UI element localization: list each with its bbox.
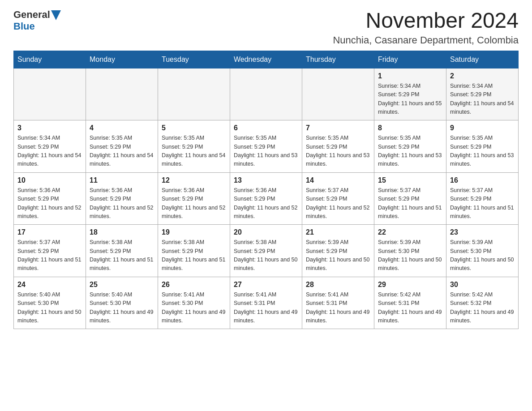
calendar-cell: 24Sunrise: 5:40 AMSunset: 5:30 PMDayligh… (14, 277, 86, 329)
day-number: 2 (450, 72, 515, 80)
day-info: Sunrise: 5:39 AMSunset: 5:29 PMDaylight:… (306, 238, 370, 273)
calendar-cell: 8Sunrise: 5:35 AMSunset: 5:29 PMDaylight… (374, 120, 446, 173)
column-header-wednesday: Wednesday (230, 51, 302, 68)
day-number: 11 (90, 176, 154, 184)
calendar-cell: 12Sunrise: 5:36 AMSunset: 5:29 PMDayligh… (158, 172, 230, 225)
day-number: 12 (162, 176, 226, 184)
day-info: Sunrise: 5:34 AMSunset: 5:29 PMDaylight:… (378, 82, 442, 117)
title-area: November 2024 Nunchia, Casanare Departme… (333, 9, 519, 46)
day-info: Sunrise: 5:36 AMSunset: 5:29 PMDaylight:… (90, 186, 154, 221)
day-number: 1 (378, 72, 442, 80)
day-number: 24 (17, 281, 82, 289)
calendar-cell (86, 68, 158, 120)
column-header-monday: Monday (86, 51, 158, 68)
logo-general-text: General (13, 9, 50, 21)
day-info: Sunrise: 5:35 AMSunset: 5:29 PMDaylight:… (162, 134, 226, 169)
day-number: 28 (306, 281, 370, 289)
calendar-cell: 9Sunrise: 5:35 AMSunset: 5:29 PMDaylight… (446, 120, 519, 173)
day-info: Sunrise: 5:37 AMSunset: 5:29 PMDaylight:… (17, 238, 82, 273)
calendar-cell: 27Sunrise: 5:41 AMSunset: 5:31 PMDayligh… (230, 277, 302, 329)
day-info: Sunrise: 5:37 AMSunset: 5:29 PMDaylight:… (450, 186, 515, 221)
calendar-cell: 2Sunrise: 5:34 AMSunset: 5:29 PMDaylight… (446, 68, 519, 120)
day-number: 13 (234, 176, 298, 184)
calendar-cell: 14Sunrise: 5:37 AMSunset: 5:29 PMDayligh… (302, 172, 374, 225)
day-info: Sunrise: 5:35 AMSunset: 5:29 PMDaylight:… (234, 134, 298, 169)
day-number: 6 (234, 124, 298, 132)
calendar-cell: 23Sunrise: 5:39 AMSunset: 5:30 PMDayligh… (446, 225, 519, 277)
calendar-cell: 16Sunrise: 5:37 AMSunset: 5:29 PMDayligh… (446, 172, 519, 225)
day-info: Sunrise: 5:41 AMSunset: 5:30 PMDaylight:… (162, 291, 226, 325)
calendar-cell: 11Sunrise: 5:36 AMSunset: 5:29 PMDayligh… (86, 172, 158, 225)
calendar-header-row: SundayMondayTuesdayWednesdayThursdayFrid… (14, 51, 519, 68)
calendar-cell: 29Sunrise: 5:42 AMSunset: 5:31 PMDayligh… (374, 277, 446, 329)
calendar-cell (158, 68, 230, 120)
day-number: 20 (234, 228, 298, 236)
day-number: 17 (17, 228, 82, 236)
day-number: 3 (17, 124, 82, 132)
calendar-week-1: 1Sunrise: 5:34 AMSunset: 5:29 PMDaylight… (14, 68, 519, 120)
day-info: Sunrise: 5:35 AMSunset: 5:29 PMDaylight:… (378, 134, 442, 169)
day-info: Sunrise: 5:36 AMSunset: 5:29 PMDaylight:… (234, 186, 298, 221)
day-info: Sunrise: 5:39 AMSunset: 5:30 PMDaylight:… (450, 238, 515, 273)
day-number: 7 (306, 124, 370, 132)
day-info: Sunrise: 5:42 AMSunset: 5:32 PMDaylight:… (450, 291, 515, 325)
day-number: 25 (90, 281, 154, 289)
day-number: 21 (306, 228, 370, 236)
calendar-cell: 5Sunrise: 5:35 AMSunset: 5:29 PMDaylight… (158, 120, 230, 173)
column-header-tuesday: Tuesday (158, 51, 230, 68)
day-info: Sunrise: 5:35 AMSunset: 5:29 PMDaylight:… (90, 134, 154, 169)
calendar-cell (230, 68, 302, 120)
day-number: 18 (90, 228, 154, 236)
calendar-cell (14, 68, 86, 120)
calendar-cell: 6Sunrise: 5:35 AMSunset: 5:29 PMDaylight… (230, 120, 302, 173)
month-title: November 2024 (333, 9, 519, 33)
calendar-cell: 15Sunrise: 5:37 AMSunset: 5:29 PMDayligh… (374, 172, 446, 225)
calendar-cell: 28Sunrise: 5:41 AMSunset: 5:31 PMDayligh… (302, 277, 374, 329)
day-info: Sunrise: 5:35 AMSunset: 5:29 PMDaylight:… (450, 134, 515, 169)
day-number: 27 (234, 281, 298, 289)
calendar-week-5: 24Sunrise: 5:40 AMSunset: 5:30 PMDayligh… (14, 277, 519, 329)
logo: General Blue (13, 9, 61, 32)
day-info: Sunrise: 5:41 AMSunset: 5:31 PMDaylight:… (306, 291, 370, 325)
day-number: 15 (378, 176, 442, 184)
svg-marker-0 (51, 10, 61, 20)
header: General Blue November 2024 Nunchia, Casa… (13, 9, 519, 46)
logo-triangle-icon (51, 10, 61, 20)
logo-blue-text: Blue (13, 21, 35, 32)
location-title: Nunchia, Casanare Department, Colombia (333, 34, 519, 46)
day-info: Sunrise: 5:41 AMSunset: 5:31 PMDaylight:… (234, 291, 298, 325)
calendar-table: SundayMondayTuesdayWednesdayThursdayFrid… (13, 51, 519, 330)
calendar-cell: 7Sunrise: 5:35 AMSunset: 5:29 PMDaylight… (302, 120, 374, 173)
calendar-cell: 18Sunrise: 5:38 AMSunset: 5:29 PMDayligh… (86, 225, 158, 277)
day-info: Sunrise: 5:34 AMSunset: 5:29 PMDaylight:… (17, 134, 82, 169)
day-number: 22 (378, 228, 442, 236)
day-info: Sunrise: 5:40 AMSunset: 5:30 PMDaylight:… (17, 291, 82, 325)
calendar-cell: 22Sunrise: 5:39 AMSunset: 5:30 PMDayligh… (374, 225, 446, 277)
day-number: 30 (450, 281, 515, 289)
calendar-week-4: 17Sunrise: 5:37 AMSunset: 5:29 PMDayligh… (14, 225, 519, 277)
day-info: Sunrise: 5:37 AMSunset: 5:29 PMDaylight:… (306, 186, 370, 221)
day-info: Sunrise: 5:40 AMSunset: 5:30 PMDaylight:… (90, 291, 154, 325)
calendar-cell: 4Sunrise: 5:35 AMSunset: 5:29 PMDaylight… (86, 120, 158, 173)
calendar-cell: 19Sunrise: 5:38 AMSunset: 5:29 PMDayligh… (158, 225, 230, 277)
day-number: 14 (306, 176, 370, 184)
day-info: Sunrise: 5:38 AMSunset: 5:29 PMDaylight:… (90, 238, 154, 273)
calendar-cell: 30Sunrise: 5:42 AMSunset: 5:32 PMDayligh… (446, 277, 519, 329)
day-number: 19 (162, 228, 226, 236)
day-number: 23 (450, 228, 515, 236)
day-number: 5 (162, 124, 226, 132)
calendar-cell: 10Sunrise: 5:36 AMSunset: 5:29 PMDayligh… (14, 172, 86, 225)
column-header-friday: Friday (374, 51, 446, 68)
calendar-cell (302, 68, 374, 120)
day-number: 26 (162, 281, 226, 289)
day-number: 9 (450, 124, 515, 132)
day-number: 29 (378, 281, 442, 289)
calendar-cell: 21Sunrise: 5:39 AMSunset: 5:29 PMDayligh… (302, 225, 374, 277)
calendar-week-3: 10Sunrise: 5:36 AMSunset: 5:29 PMDayligh… (14, 172, 519, 225)
calendar-cell: 26Sunrise: 5:41 AMSunset: 5:30 PMDayligh… (158, 277, 230, 329)
day-info: Sunrise: 5:35 AMSunset: 5:29 PMDaylight:… (306, 134, 370, 169)
calendar-cell: 25Sunrise: 5:40 AMSunset: 5:30 PMDayligh… (86, 277, 158, 329)
day-number: 8 (378, 124, 442, 132)
calendar-cell: 13Sunrise: 5:36 AMSunset: 5:29 PMDayligh… (230, 172, 302, 225)
calendar-cell: 17Sunrise: 5:37 AMSunset: 5:29 PMDayligh… (14, 225, 86, 277)
